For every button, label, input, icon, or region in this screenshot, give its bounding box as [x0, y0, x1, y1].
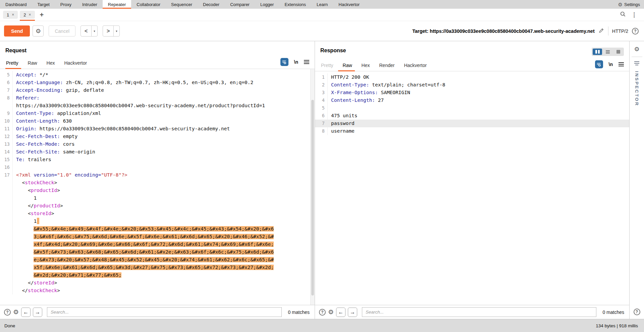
menu-item-learn[interactable]: Learn: [311, 0, 333, 9]
protocol-label[interactable]: HTTP/2: [612, 28, 628, 34]
repeater-toolbar: Send ⚙ Cancel < ▾ > ▾ Target: https://0a…: [0, 21, 644, 41]
line-number: 8: [0, 94, 13, 102]
menu-item-sequencer[interactable]: Sequencer: [166, 0, 198, 9]
code-line: 1HTTP/2 200 OK: [315, 73, 629, 81]
word-wrap-icon[interactable]: [595, 60, 603, 68]
code-line: 16: [0, 163, 315, 171]
menu-item-repeater[interactable]: Repeater: [103, 0, 131, 9]
line-number: [0, 187, 13, 194]
tab-pretty[interactable]: Pretty: [320, 63, 338, 71]
menu-item-dashboard[interactable]: Dashboard: [0, 0, 32, 9]
gear-icon[interactable]: ⚙: [328, 309, 334, 315]
menu-item-decoder[interactable]: Decoder: [198, 0, 225, 9]
tab-hackvertor[interactable]: Hackvertor: [60, 60, 92, 69]
response-search-input[interactable]: [362, 307, 596, 317]
code-line: 13Sec-Fetch-Mode: cors: [0, 140, 315, 148]
newline-icon[interactable]: \n: [609, 62, 613, 67]
repeater-tab-1[interactable]: 1×: [3, 11, 18, 19]
menu-item-comparer[interactable]: Comparer: [225, 0, 255, 9]
line-number: [0, 233, 13, 241]
gear-icon[interactable]: ⚙: [13, 309, 19, 315]
request-editor[interactable]: 5Accept: */*6Accept-Language: zh-CN, zh;…: [0, 69, 315, 305]
menu-item-hackvertor[interactable]: Hackvertor: [333, 0, 365, 9]
code-line: https://0a33009c033ee9c080c8580400cb0047…: [0, 102, 315, 110]
layout-columns-icon[interactable]: [593, 49, 602, 55]
history-back-dropdown[interactable]: ▾: [91, 26, 97, 36]
menu-item-collaborator[interactable]: Collaborator: [131, 0, 166, 9]
code-line: 7Accept-Encoding: gzip, deflate: [0, 86, 315, 94]
menu-item-logger[interactable]: Logger: [255, 0, 279, 9]
history-forward-dropdown[interactable]: ▾: [113, 26, 119, 36]
tab-hex[interactable]: Hex: [357, 63, 375, 71]
response-editor[interactable]: 1HTTP/2 200 OK2Content-Type: text/plain;…: [315, 71, 629, 305]
repeater-tab-2[interactable]: 2×: [20, 11, 35, 19]
tab-hex[interactable]: Hex: [42, 60, 60, 69]
code-line: 2Content-Type: text/plain; charset=utf-8: [315, 81, 629, 89]
code-line: </productId>: [0, 202, 315, 210]
scrollbar-thumb[interactable]: [311, 100, 314, 295]
send-settings-button[interactable]: ⚙: [33, 25, 44, 37]
line-number: [0, 256, 13, 264]
line-number: [0, 179, 13, 187]
tab-raw[interactable]: Raw: [338, 63, 357, 71]
word-wrap-icon[interactable]: [280, 58, 288, 66]
code-line: 9Content-Type: application/xml: [0, 110, 315, 117]
hamburger-menu-icon[interactable]: [619, 62, 624, 66]
cancel-button[interactable]: Cancel: [49, 25, 75, 37]
pencil-icon[interactable]: [598, 27, 604, 35]
menu-item-target[interactable]: Target: [32, 0, 55, 9]
next-match-button[interactable]: →: [348, 308, 357, 317]
gear-icon: ⚙: [618, 2, 623, 7]
tab-raw[interactable]: Raw: [23, 60, 42, 69]
prev-match-button[interactable]: ←: [21, 308, 31, 317]
history-back-combo: < ▾: [80, 25, 98, 37]
request-search-input[interactable]: [47, 307, 282, 317]
gear-icon[interactable]: ⚙: [634, 46, 639, 52]
request-code: 5Accept: */*6Accept-Language: zh-CN, zh;…: [0, 71, 315, 294]
kebab-menu-icon[interactable]: ⋮: [631, 11, 637, 18]
add-tab-button[interactable]: +: [40, 11, 44, 18]
layout-single-icon[interactable]: [613, 49, 623, 55]
menu-item-intruder[interactable]: Intruder: [77, 0, 103, 9]
line-number: 16: [0, 163, 13, 171]
help-circle-icon[interactable]: ?: [319, 309, 326, 316]
inspector-title[interactable]: INSPECTOR: [634, 71, 639, 107]
help-circle-icon[interactable]: ?: [4, 309, 11, 316]
hamburger-menu-icon[interactable]: [304, 60, 309, 64]
target-bar: Target: https://0a33009c033ee9c080c85804…: [412, 26, 640, 36]
menu-item-extensions[interactable]: Extensions: [279, 0, 311, 9]
history-forward-button[interactable]: >: [103, 26, 113, 36]
close-icon[interactable]: ×: [29, 12, 31, 17]
close-icon[interactable]: ×: [12, 12, 14, 17]
line-number: [0, 271, 13, 279]
line-number: 7: [0, 86, 13, 94]
tab-label: 2: [23, 12, 26, 17]
request-header: Request: [0, 41, 315, 54]
response-search-row: ? ⚙ ← → 0 matches: [315, 305, 629, 319]
layout-rows-icon[interactable]: [603, 49, 612, 55]
line-number: [0, 225, 13, 233]
repeater-tabbar: 1×2× + ⋮: [0, 9, 644, 21]
newline-icon[interactable]: \n: [294, 59, 298, 65]
line-number: 14: [0, 148, 13, 156]
tab-pretty[interactable]: Pretty: [5, 60, 23, 69]
help-circle-icon[interactable]: ?: [632, 28, 639, 35]
request-scrollbar[interactable]: [310, 69, 315, 305]
settings-button[interactable]: ⚙ Settings: [618, 0, 644, 9]
line-number: 7: [315, 120, 328, 127]
code-line: 6Accept-Language: zh-CN, zh;q=0.8, zh-TW…: [0, 79, 315, 86]
send-button[interactable]: Send: [4, 25, 30, 37]
request-panel: Request PrettyRawHexHackvertor \n 5Accep…: [0, 41, 315, 319]
line-number: [0, 102, 13, 110]
search-icon[interactable]: [620, 11, 626, 18]
tab-render[interactable]: Render: [375, 63, 399, 71]
next-match-button[interactable]: →: [33, 308, 42, 317]
inspector-lines-icon[interactable]: [634, 61, 639, 65]
menu-item-proxy[interactable]: Proxy: [55, 0, 77, 9]
history-back-button[interactable]: <: [81, 26, 91, 36]
tab-hackvertor[interactable]: Hackvertor: [399, 63, 431, 71]
line-number: 11: [0, 125, 13, 133]
line-number: 17: [0, 171, 13, 179]
help-circle-icon[interactable]: ?: [634, 309, 640, 315]
prev-match-button[interactable]: ←: [336, 308, 345, 317]
